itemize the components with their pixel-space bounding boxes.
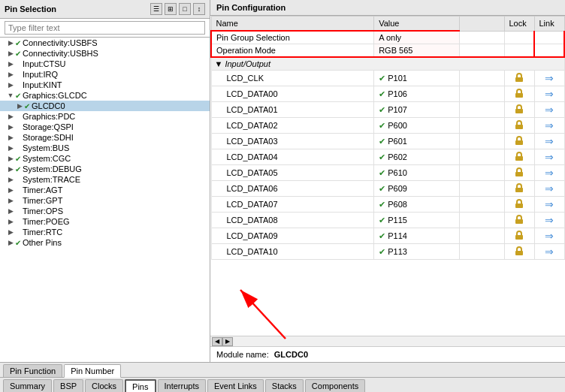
tab-clocks[interactable]: Clocks [85, 379, 123, 392]
tab-components[interactable]: Components [305, 379, 365, 392]
cell-lcd-clk-lock [504, 71, 534, 86]
collapse-icon[interactable]: □ [179, 3, 191, 15]
cell-link[interactable]: ⇒ [534, 244, 564, 260]
cell-link[interactable]: ⇒ [534, 228, 564, 244]
tree-item-glcdc[interactable]: ▼ ✔ Graphics:GLCDC [0, 90, 210, 101]
cell-value[interactable]: ✔ P608 [374, 197, 459, 213]
cell-value[interactable]: ✔ P107 [374, 102, 459, 118]
cell-link[interactable]: ⇒ [534, 86, 564, 102]
tree-item-ops[interactable]: ▶ ✔ Timer:OPS [0, 206, 210, 216]
table-row-lcd-data04[interactable]: LCD_DATA04 ✔ P602 ⇒ [211, 149, 564, 165]
cell-empty [459, 197, 504, 213]
scroll-left-btn[interactable]: ◀ [212, 337, 222, 346]
tree-item-pdc[interactable]: ▶ ✔ Graphics:PDC [0, 111, 210, 122]
table-row-lcd-data00[interactable]: LCD_DATA00 ✔ P106 ⇒ [211, 86, 564, 102]
label-sdhi: Storage:SDHI [23, 133, 74, 142]
cell-value[interactable]: ✔ P114 [374, 228, 459, 244]
cell-link[interactable]: ⇒ [534, 102, 564, 118]
cell-empty [459, 86, 504, 102]
check-debug: ✔ [15, 165, 21, 173]
tree-item-usbfs[interactable]: ▶ ✔ Connectivity:USBFS [0, 38, 210, 48]
tab-event-links[interactable]: Event Links [207, 379, 264, 392]
table-row-lcd-clk[interactable]: LCD_CLK ✔ P101 ⇒ [211, 71, 564, 86]
svg-rect-5 [515, 156, 523, 161]
list-view-icon[interactable]: ☰ [150, 3, 162, 15]
config-table-container[interactable]: Name Value Lock Link Pin Group Selection… [210, 16, 565, 336]
table-row-lcd-data03[interactable]: LCD_DATA03 ✔ P601 ⇒ [211, 134, 564, 149]
tree-item-debug[interactable]: ▶ ✔ System:DEBUG [0, 164, 210, 174]
tree-item-kint[interactable]: ▶ ✔ Input:KINT [0, 80, 210, 90]
tab-pins[interactable]: Pins [125, 379, 156, 392]
horizontal-scrollbar[interactable]: ◀ ▶ [210, 336, 565, 346]
lock-icon [514, 119, 524, 130]
table-row-lcd-data07[interactable]: LCD_DATA07 ✔ P608 ⇒ [211, 197, 564, 213]
cell-lcd-clk-value[interactable]: ✔ P101 [374, 71, 459, 86]
tab-stacks[interactable]: Stacks [265, 379, 304, 392]
cell-lock [504, 86, 534, 102]
cell-lock [504, 213, 534, 228]
cell-lock [504, 149, 534, 165]
arrow-rtc: ▶ [6, 228, 15, 236]
tree-item-cgc[interactable]: ▶ ✔ System:CGC [0, 153, 210, 164]
check-cgc: ✔ [15, 155, 21, 163]
table-row-lcd-data09[interactable]: LCD_DATA09 ✔ P114 ⇒ [211, 228, 564, 244]
cell-op-mode-value[interactable]: RGB 565 [374, 44, 459, 58]
cell-pin-group-lock [504, 31, 534, 44]
arrow-agt: ▶ [6, 186, 15, 194]
cell-value[interactable]: ✔ P115 [374, 213, 459, 228]
scroll-right-btn[interactable]: ▶ [222, 337, 233, 346]
tab-bsp[interactable]: BSP [53, 379, 83, 392]
cell-link[interactable]: ⇒ [534, 149, 564, 165]
table-row-lcd-data08[interactable]: LCD_DATA08 ✔ P115 ⇒ [211, 213, 564, 228]
config-table: Name Value Lock Link Pin Group Selection… [210, 16, 565, 260]
filter-text-input[interactable] [5, 21, 205, 35]
tab-summary[interactable]: Summary [3, 379, 52, 392]
cell-value[interactable]: ✔ P610 [374, 165, 459, 181]
cell-link[interactable]: ⇒ [534, 181, 564, 197]
cell-link[interactable]: ⇒ [534, 134, 564, 149]
sort-icon[interactable]: ↕ [193, 3, 205, 15]
tree-item-sdhi[interactable]: ▶ ✔ Storage:SDHI [0, 132, 210, 143]
cell-pin-group-value[interactable]: A only [374, 31, 459, 44]
tree-item-poeg[interactable]: ▶ ✔ Timer:POEG [0, 216, 210, 227]
tree-item-bus[interactable]: ▶ ✔ System:BUS [0, 143, 210, 153]
cell-link[interactable]: ⇒ [534, 165, 564, 181]
cell-link[interactable]: ⇒ [534, 197, 564, 213]
tree-item-usbhs[interactable]: ▶ ✔ Connectivity:USBHS [0, 48, 210, 59]
arrow-usbhs: ▶ [6, 50, 15, 57]
tree-item-agt[interactable]: ▶ ✔ Timer:AGT [0, 185, 210, 195]
cell-value[interactable]: ✔ P602 [374, 149, 459, 165]
cell-value[interactable]: ✔ P113 [374, 244, 459, 260]
cell-link[interactable]: ⇒ [534, 118, 564, 134]
cell-value[interactable]: ✔ P600 [374, 118, 459, 134]
table-row-lcd-data05[interactable]: LCD_DATA05 ✔ P610 ⇒ [211, 165, 564, 181]
cell-value[interactable]: ✔ P106 [374, 86, 459, 102]
tab-pin-number[interactable]: Pin Number [64, 364, 121, 378]
tree-item-ctsu[interactable]: ▶ ✔ Input:CTSU [0, 59, 210, 69]
cell-value[interactable]: ✔ P609 [374, 181, 459, 197]
tree-item-irq[interactable]: ▶ ✔ Input:IRQ [0, 69, 210, 80]
label-glcdc: Graphics:GLCDC [23, 91, 87, 100]
cell-link[interactable]: ⇒ [534, 213, 564, 228]
tree-item-other-pins[interactable]: ▶ ✔ Other Pins [0, 237, 210, 248]
arrow-qspi: ▶ [6, 123, 15, 131]
cell-value[interactable]: ✔ P601 [374, 134, 459, 149]
tree-item-rtc[interactable]: ▶ ✔ Timer:RTC [0, 227, 210, 237]
tree-item-glcdc0[interactable]: ▶ ✔ GLCDC0 [0, 101, 210, 111]
tree-item-gpt[interactable]: ▶ ✔ Timer:GPT [0, 195, 210, 206]
tree-item-qspi[interactable]: ▶ ✔ Storage:QSPI [0, 122, 210, 132]
label-ops: Timer:OPS [23, 207, 63, 216]
table-row-section: ▼ Input/Output [211, 57, 564, 71]
tab-pin-function[interactable]: Pin Function [3, 364, 62, 377]
table-row-lcd-data10[interactable]: LCD_DATA10 ✔ P113 ⇒ [211, 244, 564, 260]
grid-view-icon[interactable]: ⊞ [165, 3, 177, 15]
tree-item-trace[interactable]: ▶ ✔ System:TRACE [0, 174, 210, 185]
tab-interrupts[interactable]: Interrupts [158, 379, 206, 392]
table-row-lcd-data01[interactable]: LCD_DATA01 ✔ P107 ⇒ [211, 102, 564, 118]
table-row-lcd-data06[interactable]: LCD_DATA06 ✔ P609 ⇒ [211, 181, 564, 197]
table-row-lcd-data02[interactable]: LCD_DATA02 ✔ P600 ⇒ [211, 118, 564, 134]
table-row-op-mode[interactable]: Operation Mode RGB 565 [211, 44, 564, 58]
cell-lcd-clk-link[interactable]: ⇒ [534, 71, 564, 86]
table-row-pin-group[interactable]: Pin Group Selection A only [211, 31, 564, 44]
svg-rect-4 [515, 140, 523, 145]
